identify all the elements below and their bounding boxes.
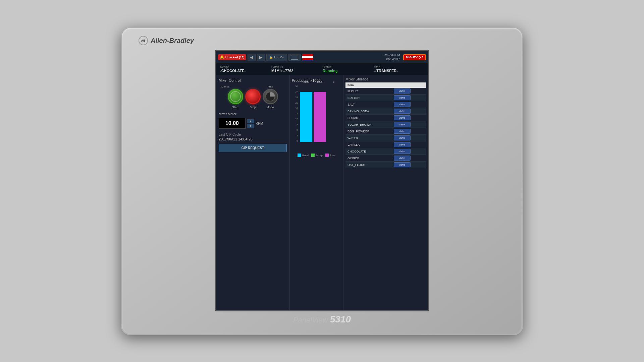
legend-good-label: Good bbox=[302, 154, 309, 157]
valve-cell: Valve bbox=[392, 155, 426, 162]
good-bar bbox=[300, 92, 312, 142]
device-header: AB Allen-Bradley bbox=[135, 34, 509, 47]
legend-scrap-label: Scrap bbox=[316, 154, 323, 157]
rpm-down-button[interactable]: ▼ bbox=[247, 124, 254, 128]
valve-button[interactable]: Valve bbox=[394, 149, 411, 154]
legend-total-color bbox=[325, 154, 329, 157]
storage-panel: Mixer Storage Item FLOURValveBUTTERValve… bbox=[343, 75, 428, 310]
valve-cell: Valve bbox=[392, 115, 426, 121]
legend-good: Good bbox=[298, 154, 309, 157]
cip-title: Last CIP Cycle bbox=[219, 133, 287, 136]
valve-button[interactable]: Valve bbox=[394, 162, 411, 167]
rpm-control: 10.00 ▲ ▼ RPM bbox=[219, 118, 287, 129]
language-flag-button[interactable] bbox=[302, 54, 313, 61]
chart-y-labels: 30 27 24 21 18 15 12 9 6 3 0 bbox=[292, 85, 298, 142]
ab-logo: AB Allen-Bradley bbox=[139, 36, 194, 45]
valve-button[interactable]: Valve bbox=[394, 88, 411, 94]
brand-name: Allen-Bradley bbox=[151, 37, 194, 45]
storage-item-name: FLOUR bbox=[345, 88, 392, 95]
stop-button[interactable] bbox=[245, 89, 261, 104]
legend-scrap: Scrap bbox=[311, 154, 323, 157]
table-row: EGG_POWDERValve bbox=[345, 128, 426, 135]
legend-good-color bbox=[298, 154, 301, 157]
table-row: BUTTERValve bbox=[345, 95, 426, 101]
batch-cell: Batch ID M1Mix--7762 bbox=[271, 65, 321, 73]
valve-button[interactable]: Valve bbox=[394, 109, 411, 114]
table-row: CHOCOLATEValve bbox=[345, 148, 426, 155]
storage-item-name: SUGAR_BROWN bbox=[345, 121, 392, 128]
valve-cell: Valve bbox=[392, 135, 426, 141]
chart-bars: 26.5 26.5 0 bbox=[299, 85, 341, 142]
good-bar-wrap: 26.5 bbox=[300, 85, 312, 142]
valve-header bbox=[392, 82, 426, 88]
scrap-value: 0 bbox=[333, 80, 334, 83]
auto-label: Auto bbox=[268, 85, 273, 88]
table-row: GINGERValve bbox=[345, 155, 426, 162]
cip-date: 2017/06/11 14:04:28 bbox=[219, 137, 287, 141]
valve-button[interactable]: Valve bbox=[394, 122, 411, 127]
valve-button[interactable]: Valve bbox=[394, 142, 411, 147]
alarm-button[interactable]: 🔔 Unacked (13) bbox=[218, 54, 246, 60]
chart-area: 30 27 24 21 18 15 12 9 6 3 0 bbox=[292, 85, 341, 152]
valve-button[interactable]: Valve bbox=[394, 129, 411, 134]
storage-item-name: GINGER bbox=[345, 155, 392, 162]
total-value: 26.5 bbox=[317, 80, 323, 83]
batch-value: M1Mix--7762 bbox=[271, 69, 321, 73]
valve-cell: Valve bbox=[392, 141, 426, 148]
batch-label: Batch ID bbox=[271, 65, 321, 69]
status-cell: Status Running bbox=[323, 65, 373, 73]
valve-button[interactable]: Valve bbox=[394, 135, 411, 140]
storage-item-name: EGG_POWDER bbox=[345, 128, 392, 135]
panelview-model: 5310 bbox=[330, 314, 351, 324]
step-label: Step bbox=[374, 65, 424, 69]
good-value: 26.5 bbox=[304, 80, 309, 83]
start-btn-wrap: Start bbox=[228, 89, 243, 109]
valve-button[interactable]: Valve bbox=[394, 156, 411, 161]
motor-section: Mixer Motor 10.00 ▲ ▼ RPM bbox=[219, 112, 287, 129]
recipe-value: -CHOCOLATE- bbox=[220, 69, 270, 73]
storage-item-name: SALT bbox=[345, 101, 392, 108]
valve-button[interactable]: Valve bbox=[394, 102, 411, 107]
mixer-panel-title: Mixer Control bbox=[219, 78, 287, 82]
production-panel: Production x1000 30 27 24 21 18 15 12 9 … bbox=[290, 75, 343, 310]
storage-item-name: SUGAR bbox=[345, 115, 392, 121]
mixer-buttons: Start Stop Mode bbox=[219, 89, 287, 109]
status-label: Status bbox=[323, 65, 373, 69]
manual-label: Manual bbox=[221, 85, 230, 88]
valve-cell: Valve bbox=[392, 162, 426, 168]
screen-button[interactable] bbox=[288, 54, 301, 61]
rpm-display: 10.00 bbox=[219, 118, 246, 129]
screen-icon bbox=[291, 55, 298, 60]
table-row: WATERValve bbox=[345, 135, 426, 141]
rpm-unit: RPM bbox=[256, 122, 263, 125]
step-value: --TRANSFER- bbox=[374, 69, 424, 73]
status-value: Running bbox=[323, 69, 373, 73]
valve-cell: Valve bbox=[392, 101, 426, 108]
rpm-up-button[interactable]: ▲ bbox=[247, 119, 254, 123]
valve-cell: Valve bbox=[392, 95, 426, 101]
log-on-button[interactable]: 🔒 Log On bbox=[266, 54, 287, 61]
nav-forward-button[interactable]: ▶ bbox=[257, 54, 265, 61]
log-on-label: Log On bbox=[274, 56, 284, 59]
nav-back-button[interactable]: ◀ bbox=[248, 54, 256, 61]
ab-emblem: AB bbox=[139, 36, 148, 45]
mode-button[interactable] bbox=[263, 89, 278, 104]
valve-button[interactable]: Valve bbox=[394, 95, 411, 100]
valve-button[interactable]: Valve bbox=[394, 115, 411, 120]
cip-request-button[interactable]: CIP REQUEST bbox=[219, 144, 287, 152]
mode-indicator bbox=[266, 92, 275, 101]
manual-auto-labels: Manual Auto bbox=[219, 85, 276, 88]
storage-table: Item FLOURValveBUTTERValveSALTValveBAKIN… bbox=[345, 82, 426, 168]
storage-item-name: WATER bbox=[345, 135, 392, 141]
storage-title: Mixer Storage bbox=[345, 77, 426, 81]
table-row: VANILLAValve bbox=[345, 141, 426, 148]
legend-total: Total bbox=[325, 154, 335, 157]
start-button[interactable] bbox=[228, 89, 243, 104]
valve-cell: Valve bbox=[392, 88, 426, 95]
valve-cell: Valve bbox=[392, 148, 426, 155]
top-toolbar: 🔔 Unacked (13) ◀ ▶ 🔒 Log On bbox=[216, 51, 428, 63]
storage-item-name: VANILLA bbox=[345, 141, 392, 148]
table-row: FLOURValve bbox=[345, 88, 426, 95]
stop-btn-wrap: Stop bbox=[245, 89, 261, 109]
lock-icon: 🔒 bbox=[269, 56, 273, 59]
